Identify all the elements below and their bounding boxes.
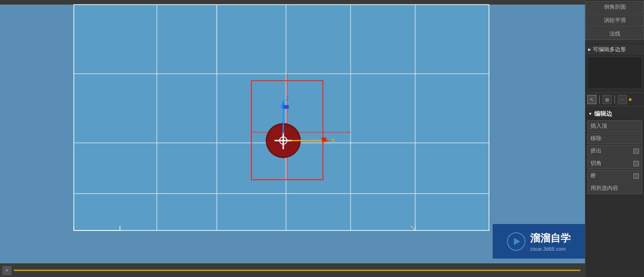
- right-panel: 倒角剖面 涡轮平滑 法线 ▶ 可编辑多边形 ↖ ⊞ ⋯: [585, 0, 644, 277]
- chamfer-button[interactable]: 切角: [587, 158, 642, 169]
- toolbar-divider-2: [614, 95, 615, 104]
- normals-button[interactable]: 法线: [585, 28, 644, 40]
- toolbar-divider-1: [599, 95, 600, 104]
- chamfer-square-icon: [633, 161, 639, 166]
- arrow-icon: >: [6, 268, 8, 273]
- watermark-logo: [507, 232, 525, 251]
- svg-text:X: X: [331, 137, 335, 144]
- editable-poly-label: 可编辑多边形: [593, 46, 626, 53]
- extrude-button[interactable]: 挤出: [587, 145, 642, 157]
- svg-rect-22: [283, 105, 289, 109]
- timeline-arrow[interactable]: >: [2, 266, 12, 275]
- turbosmooth-button[interactable]: 涡轮平滑: [585, 14, 644, 27]
- play-icon: [514, 238, 520, 245]
- viewport: X Z > 溜溜自学 zixue.3d66.com: [0, 0, 585, 277]
- chamfer-label: 切角: [590, 159, 602, 167]
- main-container: X Z > 溜溜自学 zixue.3d66.com: [0, 0, 644, 277]
- watermark-sub-text: zixue.3d66.com: [530, 246, 571, 252]
- timeline-track: [14, 270, 580, 271]
- insert-vertex-label: 插入顶: [590, 122, 607, 130]
- panel-top-buttons: 倒角剖面 涡轮平滑 法线: [585, 0, 644, 42]
- use-selection-label: 用所选内容: [590, 184, 618, 192]
- insert-vertex-button[interactable]: 插入顶: [587, 120, 642, 132]
- extrude-square-icon: [633, 148, 639, 154]
- bridge-label: 桥: [590, 172, 596, 180]
- pointer-tool-icon[interactable]: ↖: [587, 95, 596, 104]
- more-tool-icon[interactable]: ⋯: [618, 95, 627, 104]
- watermark-text-group: 溜溜自学 zixue.3d66.com: [530, 231, 571, 252]
- editable-poly-content: [585, 55, 644, 91]
- bevel-section-button[interactable]: 倒角剖面: [585, 1, 644, 13]
- poly-triangle-icon: ▶: [588, 47, 591, 52]
- edit-edge-section: ▼ 编辑边 插入顶 移除 挤出 切角 桥: [585, 106, 644, 198]
- edit-edge-label: 编辑边: [594, 110, 612, 118]
- timeline-bar: >: [0, 263, 585, 277]
- poly-empty-box: [587, 57, 642, 89]
- svg-text:Z: Z: [286, 95, 289, 102]
- editable-poly-header[interactable]: ▶ 可编辑多边形: [585, 44, 644, 55]
- toolbar-icons-row: ↖ ⊞ ⋯: [585, 93, 644, 106]
- edit-edge-buttons: 插入顶 移除 挤出 切角 桥 用所选内容: [585, 119, 644, 196]
- watermark-overlay: 溜溜自学 zixue.3d66.com: [493, 224, 585, 259]
- bridge-button[interactable]: 桥: [587, 170, 642, 182]
- svg-rect-1: [0, 0, 585, 5]
- bridge-square-icon: [633, 173, 639, 179]
- editable-poly-section: ▶ 可编辑多边形: [585, 42, 644, 93]
- svg-rect-25: [322, 137, 326, 141]
- remove-label: 移除: [590, 135, 602, 142]
- insert-tool-icon[interactable]: ⊞: [602, 95, 612, 104]
- watermark-inner: 溜溜自学 zixue.3d66.com: [507, 231, 571, 252]
- remove-button[interactable]: 移除: [587, 133, 642, 144]
- svg-rect-2: [74, 5, 489, 230]
- panel-dot-indicator: [629, 98, 632, 101]
- watermark-main-text: 溜溜自学: [530, 231, 571, 245]
- extrude-label: 挤出: [590, 147, 602, 155]
- edit-edge-header: ▼ 编辑边: [585, 108, 644, 119]
- use-selection-button[interactable]: 用所选内容: [587, 183, 642, 194]
- edit-edge-triangle: ▼: [588, 112, 592, 116]
